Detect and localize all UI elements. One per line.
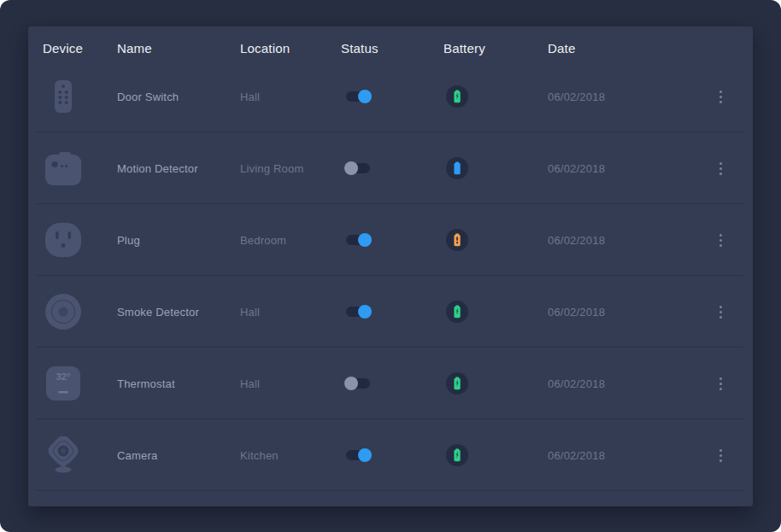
device-location: Hall bbox=[240, 306, 341, 319]
camera-icon bbox=[44, 436, 82, 474]
row-menu-button[interactable] bbox=[712, 301, 729, 324]
device-date: 06/02/2018 bbox=[548, 306, 708, 319]
column-header-location: Location bbox=[240, 41, 341, 56]
column-header-date: Date bbox=[548, 41, 708, 56]
device-name: Camera bbox=[117, 449, 240, 462]
battery-icon bbox=[446, 444, 468, 466]
device-name: Smoke Detector bbox=[117, 306, 240, 319]
battery-icon bbox=[446, 229, 468, 251]
row-menu-button[interactable] bbox=[712, 157, 729, 180]
table-row: Door Switch Hall 06/02/2018 bbox=[28, 61, 753, 132]
status-toggle[interactable] bbox=[346, 235, 370, 245]
table-row: Plug Bedroom 06/02/2018 bbox=[28, 204, 753, 276]
table-body: Door Switch Hall 06/02/2018 Motion Detec… bbox=[28, 61, 753, 491]
smoke-detector-icon bbox=[44, 293, 82, 330]
table-row: Camera Kitchen 06/02/2018 bbox=[28, 419, 753, 491]
battery-icon bbox=[446, 301, 468, 323]
device-location: Living Room bbox=[240, 162, 341, 175]
device-name: Door Switch bbox=[117, 91, 240, 103]
column-header-battery: Battery bbox=[443, 41, 548, 56]
column-header-device: Device bbox=[43, 41, 117, 56]
device-date: 06/02/2018 bbox=[548, 449, 708, 462]
device-location: Bedroom bbox=[240, 234, 341, 247]
row-menu-button[interactable] bbox=[712, 372, 729, 395]
app-window: Device Name Location Status Battery Date… bbox=[0, 0, 781, 532]
column-header-status: Status bbox=[341, 41, 443, 56]
device-date: 06/02/2018 bbox=[548, 162, 708, 175]
battery-icon bbox=[446, 372, 468, 395]
device-name: Plug bbox=[117, 234, 240, 247]
status-toggle[interactable] bbox=[346, 307, 370, 317]
device-location: Kitchen bbox=[240, 449, 341, 462]
thermostat-icon: 32° bbox=[44, 365, 82, 402]
status-toggle[interactable] bbox=[346, 450, 370, 460]
table-row: 32° Thermostat Hall 06/02/2018 bbox=[28, 348, 753, 419]
battery-icon bbox=[446, 85, 468, 108]
plug-icon bbox=[44, 221, 82, 259]
row-menu-button[interactable] bbox=[712, 85, 729, 108]
remote-icon bbox=[44, 78, 82, 115]
device-date: 06/02/2018 bbox=[548, 234, 708, 247]
table-row: Smoke Detector Hall 06/02/2018 bbox=[28, 276, 753, 348]
device-name: Thermostat bbox=[117, 377, 240, 390]
table-header: Device Name Location Status Battery Date bbox=[28, 26, 753, 61]
motion-detector-icon bbox=[44, 149, 82, 187]
device-name: Motion Detector bbox=[117, 162, 240, 175]
row-menu-button[interactable] bbox=[712, 444, 729, 467]
column-header-name: Name bbox=[117, 41, 240, 56]
device-date: 06/02/2018 bbox=[548, 91, 708, 103]
svg-text:32°: 32° bbox=[56, 371, 71, 382]
status-toggle[interactable] bbox=[346, 378, 370, 389]
status-toggle[interactable] bbox=[346, 91, 370, 102]
table-row: Motion Detector Living Room 06/02/2018 bbox=[28, 132, 753, 204]
row-menu-button[interactable] bbox=[712, 229, 729, 252]
device-location: Hall bbox=[240, 91, 341, 103]
device-location: Hall bbox=[240, 377, 341, 390]
status-toggle[interactable] bbox=[346, 163, 370, 173]
device-date: 06/02/2018 bbox=[548, 377, 708, 390]
device-table: Device Name Location Status Battery Date… bbox=[28, 26, 753, 506]
battery-icon bbox=[446, 157, 468, 179]
